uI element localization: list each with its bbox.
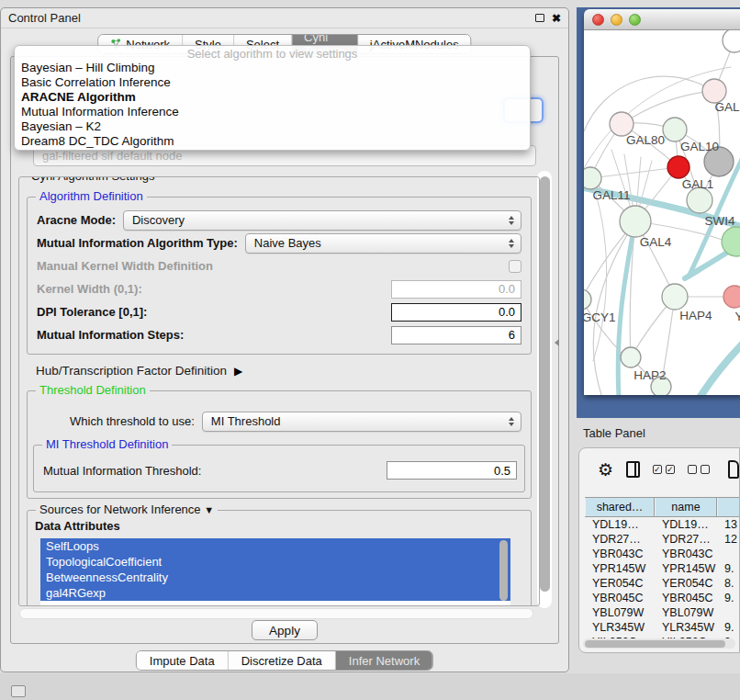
- dpi-tolerance-field[interactable]: 0.0: [391, 303, 521, 322]
- kernel-width-field[interactable]: 0.0: [391, 280, 521, 299]
- node-label: GAL10: [680, 140, 719, 153]
- node-label: GCY1: [584, 310, 615, 324]
- sources-group: Sources for Network Inference ▼ Data Att…: [27, 510, 532, 606]
- kernel-width-label: Kernel Width (0,1):: [37, 282, 142, 296]
- network-node[interactable]: [687, 187, 712, 213]
- column-header[interactable]: [717, 498, 740, 516]
- table-cell: YPR145W: [655, 561, 717, 576]
- panel-splitter-handle[interactable]: [555, 339, 559, 346]
- network-node[interactable]: [662, 284, 688, 310]
- table-cell: 12: [717, 532, 740, 547]
- network-node[interactable]: [584, 289, 591, 310]
- table-horizontal-scrollbar[interactable]: [583, 638, 735, 649]
- algorithm-option[interactable]: Bayesian – Hill Climbing: [15, 61, 530, 75]
- close-traffic-light-icon[interactable]: [592, 14, 604, 26]
- node-table: shared…name YDL19…YDL19…13YDR27…YDR27…12…: [585, 497, 740, 646]
- table-cell: YER054C: [655, 576, 717, 591]
- gear-icon[interactable]: ⚙: [598, 461, 613, 479]
- network-canvas[interactable]: GALGAL80GAL10GAL11GAL1SWI4GAL4GCY1HAP4YH…: [584, 30, 740, 395]
- expand-right-icon: ▶: [234, 365, 242, 378]
- table-row[interactable]: YDL19…YDL19…13: [585, 517, 740, 532]
- node-label: HAP2: [633, 368, 666, 382]
- float-window-icon[interactable]: [535, 14, 544, 22]
- zoom-traffic-light-icon[interactable]: [629, 14, 641, 26]
- network-edge[interactable]: [584, 299, 622, 353]
- table-row[interactable]: YPR145WYPR145W9.: [585, 561, 740, 576]
- node-label: GAL: [714, 100, 740, 114]
- network-edge[interactable]: [590, 167, 678, 178]
- network-node[interactable]: [621, 347, 641, 367]
- expand-down-icon: ▼: [204, 504, 214, 515]
- attribute-list-item[interactable]: BetweennessCentrality: [40, 570, 510, 585]
- mi-steps-field[interactable]: 6: [391, 326, 521, 344]
- table-cell: YBR045C: [655, 591, 717, 605]
- columns-icon[interactable]: [626, 461, 640, 478]
- network-node[interactable]: [667, 156, 690, 178]
- table-header-row: shared…name: [585, 497, 740, 517]
- node-label: GAL4: [640, 235, 672, 249]
- table-cell: YPR145W: [585, 561, 655, 576]
- algorithm-option[interactable]: Basic Correlation Inference: [15, 75, 530, 90]
- attribute-list-item[interactable]: TopologicalCoefficient: [40, 554, 510, 570]
- table-cell: [717, 605, 740, 620]
- column-header[interactable]: shared…: [585, 498, 655, 516]
- close-icon[interactable]: ✖: [552, 13, 561, 24]
- network-edge-thick[interactable]: [700, 339, 740, 395]
- network-node[interactable]: [584, 167, 601, 189]
- data-attributes-list[interactable]: SelfLoopsTopologicalCoefficientBetweenne…: [40, 538, 510, 606]
- restore-panel-icon[interactable]: [11, 685, 26, 697]
- manual-kernel-checkbox[interactable]: [509, 260, 521, 273]
- manual-kernel-label: Manual Kernel Width Definition: [37, 259, 213, 273]
- network-node[interactable]: [663, 118, 687, 141]
- deselect-all-columns-icon[interactable]: [688, 465, 710, 474]
- apply-button[interactable]: Apply: [252, 620, 318, 640]
- aracne-mode-label: Aracne Mode:: [37, 213, 116, 227]
- table-row[interactable]: YLR345WYLR345W9.: [585, 620, 740, 635]
- cyni-mode-tabbar: Impute DataDiscretize DataInfer Network: [136, 650, 433, 671]
- group-title: Algorithm Definition: [36, 189, 147, 203]
- tab-infer-network[interactable]: Infer Network: [336, 651, 432, 670]
- table-row[interactable]: YER054CYER054C8.: [585, 576, 740, 591]
- table-cell: YDR27…: [585, 532, 655, 547]
- combo-spinner-icon: [509, 417, 514, 426]
- network-window-titlebar[interactable]: [584, 9, 740, 30]
- cyni-algorithm-settings-group: Cyni Algorithm Settings Algorithm Defini…: [18, 176, 540, 606]
- select-all-columns-icon[interactable]: ✓✓: [653, 465, 675, 474]
- network-node[interactable]: [723, 286, 740, 308]
- table-cell: 9.: [717, 561, 740, 576]
- scrollbar-thumb[interactable]: [540, 176, 550, 592]
- export-table-icon[interactable]: [728, 460, 739, 479]
- mi-threshold-field[interactable]: 0.5: [387, 461, 517, 480]
- mi-type-label: Mutual Information Algorithm Type:: [37, 236, 238, 250]
- network-node[interactable]: [723, 30, 740, 52]
- table-cell: YBL079W: [585, 605, 655, 620]
- mi-algorithm-type-combo[interactable]: Naive Bayes: [245, 233, 521, 254]
- tab-impute-data[interactable]: Impute Data: [137, 651, 229, 670]
- aracne-mode-combo[interactable]: Discovery: [123, 210, 521, 231]
- group-title: Cyni Algorithm Settings: [28, 176, 158, 183]
- table-cell: 13: [717, 517, 740, 532]
- algorithm-option[interactable]: ARACNE Algorithm: [15, 90, 530, 105]
- attribute-list-item[interactable]: SelfLoops: [40, 538, 510, 554]
- table-row[interactable]: YBR043CYBR043C: [585, 547, 740, 561]
- column-header[interactable]: name: [655, 498, 717, 516]
- which-threshold-combo[interactable]: MI Threshold: [202, 412, 521, 432]
- hub-definition-expander[interactable]: Hub/Transcription Factor Definition ▶: [36, 364, 242, 378]
- attribute-list-item[interactable]: gal4RGexp: [40, 585, 510, 601]
- table-row[interactable]: YDR27…YDR27…12: [585, 532, 740, 547]
- table-row[interactable]: YBL079WYBL079W: [585, 605, 740, 620]
- table-cell: YLR345W: [585, 620, 655, 635]
- table-row[interactable]: YBR045CYBR045C9.: [585, 591, 740, 605]
- settings-horizontal-scrollbar[interactable]: [19, 608, 533, 619]
- network-node[interactable]: [620, 206, 651, 237]
- algorithm-option[interactable]: Dream8 DC_TDC Algorithm: [15, 134, 530, 149]
- minimize-traffic-light-icon[interactable]: [611, 14, 622, 26]
- network-desktop: GALGAL80GAL10GAL11GAL1SWI4GAL4GCY1HAP4YH…: [577, 7, 740, 418]
- algorithm-option[interactable]: Bayesian – K2: [15, 119, 530, 134]
- sources-expander[interactable]: Sources for Network Inference ▼: [36, 502, 218, 516]
- control-panel-titlebar: Control Panel ✖: [1, 8, 568, 28]
- scrollbar-thumb[interactable]: [585, 640, 725, 648]
- list-scrollbar-thumb[interactable]: [499, 540, 508, 601]
- algorithm-option[interactable]: Mutual Information Inference: [15, 105, 530, 119]
- tab-discretize-data[interactable]: Discretize Data: [229, 651, 336, 670]
